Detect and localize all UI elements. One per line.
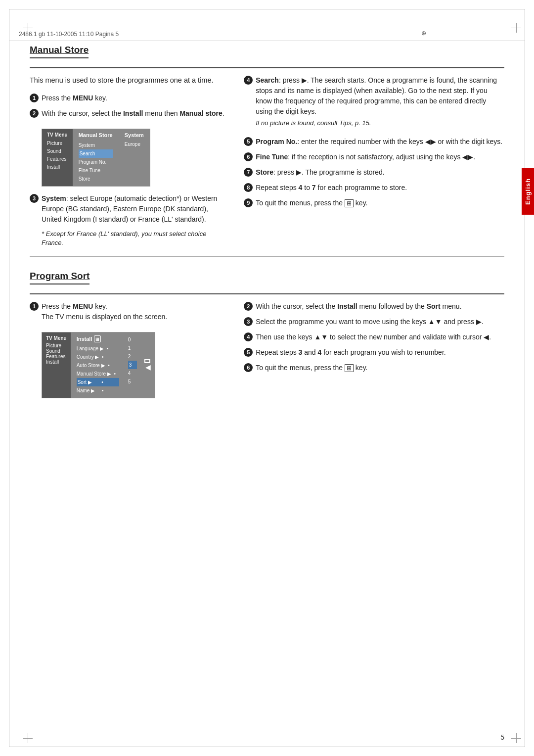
sort-tv-items: Picture Sound Features Install (46, 343, 67, 365)
header-text: 2486.1 gb 11-10-2005 11:10 Pagina 5 (19, 31, 119, 38)
install-manualstore: Manual Store ▶ • (77, 370, 119, 378)
step8-content: Repeat steps 4 to 7 for each programme t… (256, 183, 504, 193)
sort-step6-content: To quit the menus, press the ⊞ key. (256, 363, 504, 373)
manual-store-section: Manual Store This menu is used to store … (30, 45, 504, 251)
sort-step6: 6 To quit the menus, press the ⊞ key. (244, 363, 504, 373)
manual-store-step6: 6 Fine Tune: if the reception is not sat… (244, 152, 504, 162)
manual-store-step8: 8 Repeat steps 4 to 7 for each programme… (244, 183, 504, 193)
step7-store-bold: Store (256, 168, 273, 176)
install-icon: ⊞ (94, 335, 101, 342)
sort-install-col: Install ⊞ Language ▶ • Country ▶ • Auto … (71, 332, 125, 398)
step2-install-bold: Install (123, 109, 143, 117)
sort-step2-install: Install (337, 302, 357, 310)
install-country: Country ▶ • (77, 353, 119, 361)
step4-search-bold: Search (256, 76, 279, 84)
program-sort-right: 2 With the cursor, select the Install me… (244, 301, 504, 405)
main-content: Manual Store This menu is used to store … (30, 45, 504, 726)
page-number: 5 (500, 733, 504, 741)
europe-label: Europe (125, 140, 144, 148)
program-sort-left: 1 Press the MENU key. The TV menu is dis… (30, 301, 229, 405)
step1-content: Press the MENU key. (42, 93, 229, 103)
sort-step6-circle: 6 (244, 363, 253, 372)
manual-store-columns: This menu is used to store the programme… (30, 75, 504, 251)
step5-circle: 5 (244, 137, 253, 146)
manual-store-left: This menu is used to store the programme… (30, 75, 229, 251)
sort-step1: 1 Press the MENU key. The TV menu is dis… (30, 301, 229, 322)
sort-tv-install: Install (46, 359, 67, 365)
manual-store-step5: 5 Program No.: enter the required number… (244, 137, 504, 147)
tv-menu-label: TV Menu (47, 132, 68, 138)
step4-content: Search: press ▶. The search starts. Once… (256, 75, 504, 132)
manual-store-step9: 9 To quit the menus, press the ⊞ key. (244, 198, 504, 208)
ms-item-search: Search (79, 149, 113, 158)
step2-circle: 2 (30, 109, 39, 118)
manual-store-col: Manual Store System Search Program No. F… (73, 129, 119, 186)
tv-item-picture: Picture (47, 140, 68, 147)
install-language: Language ▶ • (77, 344, 119, 353)
sort-step2-sort: Sort (427, 302, 441, 310)
step7-circle: 7 (244, 168, 253, 177)
sort-tv-picture: Picture (46, 343, 67, 348)
manual-store-step4: 4 Search: press ▶. The search starts. On… (244, 75, 504, 132)
system-europe-col: System Europe (119, 129, 150, 186)
install-sort: Sort ▶ • (77, 378, 119, 386)
num-1: 1 (128, 344, 137, 352)
sort-tv-col: TV Menu Picture Sound Features Install (42, 332, 71, 398)
step8-circle: 8 (244, 183, 253, 192)
sort-step2: 2 With the cursor, select the Install me… (244, 301, 504, 312)
step7-content: Store: press ▶. The programme is stored. (256, 167, 504, 178)
step6-circle: 6 (244, 152, 253, 161)
step6-finetune-bold: Fine Tune (256, 153, 288, 161)
sort-tv-features: Features (46, 354, 67, 359)
sort-step5-content: Repeat steps 3 and 4 for each program yo… (256, 347, 504, 358)
manual-store-step7: 7 Store: press ▶. The programme is store… (244, 167, 504, 178)
step9-icon: ⊞ (345, 199, 354, 207)
step3-content: System: select Europe (automatic detecti… (42, 193, 229, 225)
manual-store-intro: This menu is used to store the programme… (30, 75, 229, 86)
step3-note: * Except for France (LL' standard), you … (42, 230, 229, 247)
step2-manual-bold: Manual store (179, 109, 222, 117)
section-header-manual: Manual Store (30, 45, 504, 68)
num-4: 4 (128, 369, 137, 378)
step2-content: With the cursor, select the Install menu… (42, 108, 229, 119)
num-3: 3 (128, 361, 137, 369)
sort-step3-circle: 3 (244, 317, 253, 326)
cursor-box (144, 359, 150, 363)
sort-step1-circle: 1 (30, 302, 39, 311)
header-crosshair: ⊕ (421, 30, 426, 37)
step8-4: 4 (299, 184, 303, 191)
manual-store-step3: 3 System: select Europe (automatic detec… (30, 193, 229, 225)
sort-step4-content: Then use the keys ▲▼ to select the new n… (256, 332, 504, 342)
step1-menu-bold: MENU (73, 94, 93, 102)
tv-menu-items: Picture Sound Features Install (47, 140, 68, 171)
sort-step1-content: Press the MENU key. The TV menu is displ… (42, 301, 229, 322)
step8-7: 7 (312, 184, 316, 191)
step9-content: To quit the menus, press the ⊞ key. (256, 198, 504, 208)
sort-step5-circle: 5 (244, 348, 253, 357)
program-sort-columns: 1 Press the MENU key. The TV menu is dis… (30, 301, 504, 405)
manual-store-step1: 1 Press the MENU key. (30, 93, 229, 103)
sort-step5: 5 Repeat steps 3 and 4 for each program … (244, 347, 504, 358)
sort-step2-circle: 2 (244, 302, 253, 311)
tv-item-features: Features (47, 155, 68, 163)
step3-circle: 3 (30, 194, 39, 203)
sort-numbers-col: 0 1 2 3 4 5 (125, 332, 140, 398)
english-tab: English (522, 168, 534, 215)
sort-menu-diagram: TV Menu Picture Sound Features Install I… (42, 332, 155, 398)
program-sort-title: Program Sort (30, 271, 89, 284)
cursor-arrow: ◀ (145, 363, 151, 371)
step4-note: If no picture is found, consult Tips, p.… (256, 119, 504, 128)
install-items: Language ▶ • Country ▶ • Auto Store ▶ • … (77, 344, 119, 395)
program-sort-section: Program Sort 1 Press the MENU key. The T… (30, 271, 504, 405)
manual-store-right: 4 Search: press ▶. The search starts. On… (244, 75, 504, 251)
manual-store-col-items: System Search Program No. Fine Tune Stor… (79, 141, 113, 183)
install-autostore: Auto Store ▶ • (77, 361, 119, 370)
step5-programno-bold: Program No. (256, 138, 297, 145)
tv-menu-col: TV Menu Picture Sound Features Install (42, 129, 73, 186)
cursor-container: ◀ (143, 359, 151, 371)
sort-cursor-col: ◀ (140, 332, 155, 398)
sort-numbers: 0 1 2 3 4 5 (128, 335, 137, 386)
manual-store-title: Manual Store (30, 45, 89, 58)
sort-step3-content: Select the programme you want to move us… (256, 317, 504, 327)
num-5: 5 (128, 378, 137, 386)
